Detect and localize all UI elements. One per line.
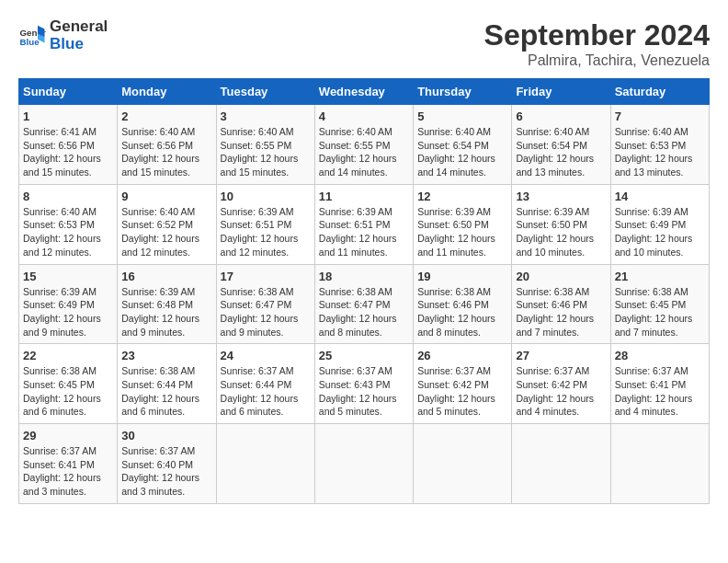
table-row: 11 Sunrise: 6:39 AM Sunset: 6:51 PM Dayl… — [314, 184, 413, 264]
table-row: 1 Sunrise: 6:41 AM Sunset: 6:56 PM Dayli… — [19, 105, 118, 185]
day-number: 6 — [516, 109, 606, 123]
day-number: 16 — [121, 270, 211, 283]
cell-text: Sunrise: 6:38 AM Sunset: 6:46 PM Dayligh… — [417, 286, 495, 338]
calendar-row: 15 Sunrise: 6:39 AM Sunset: 6:49 PM Dayl… — [19, 264, 710, 344]
logo-icon: General Blue — [18, 22, 46, 50]
table-row — [512, 424, 610, 504]
table-row: 2 Sunrise: 6:40 AM Sunset: 6:56 PM Dayli… — [118, 105, 216, 185]
calendar-row: 22 Sunrise: 6:38 AM Sunset: 6:45 PM Dayl… — [19, 344, 710, 424]
calendar-table: Sunday Monday Tuesday Wednesday Thursday… — [18, 78, 710, 504]
cell-text: Sunrise: 6:37 AM Sunset: 6:42 PM Dayligh… — [417, 365, 495, 417]
cell-text: Sunrise: 6:37 AM Sunset: 6:42 PM Dayligh… — [516, 365, 594, 417]
col-tuesday: Tuesday — [216, 79, 314, 105]
day-number: 1 — [23, 109, 113, 123]
day-number: 18 — [319, 270, 409, 283]
table-row: 4 Sunrise: 6:40 AM Sunset: 6:55 PM Dayli… — [314, 105, 413, 185]
cell-text: Sunrise: 6:40 AM Sunset: 6:55 PM Dayligh… — [319, 126, 397, 178]
logo-blue: Blue — [50, 36, 108, 53]
table-row: 27 Sunrise: 6:37 AM Sunset: 6:42 PM Dayl… — [512, 344, 610, 424]
cell-text: Sunrise: 6:38 AM Sunset: 6:45 PM Dayligh… — [23, 365, 101, 417]
day-number: 20 — [516, 270, 606, 283]
table-row: 25 Sunrise: 6:37 AM Sunset: 6:43 PM Dayl… — [314, 344, 413, 424]
table-row: 8 Sunrise: 6:40 AM Sunset: 6:53 PM Dayli… — [19, 184, 118, 264]
cell-text: Sunrise: 6:37 AM Sunset: 6:43 PM Dayligh… — [319, 365, 397, 417]
day-number: 2 — [121, 109, 211, 123]
table-row: 26 Sunrise: 6:37 AM Sunset: 6:42 PM Dayl… — [414, 344, 512, 424]
cell-text: Sunrise: 6:39 AM Sunset: 6:49 PM Dayligh… — [615, 206, 693, 258]
day-number: 19 — [417, 270, 507, 283]
calendar-row: 29 Sunrise: 6:37 AM Sunset: 6:41 PM Dayl… — [19, 424, 710, 504]
table-row: 16 Sunrise: 6:39 AM Sunset: 6:48 PM Dayl… — [118, 264, 216, 344]
day-number: 8 — [23, 190, 113, 203]
day-number: 23 — [121, 349, 211, 362]
table-row: 19 Sunrise: 6:38 AM Sunset: 6:46 PM Dayl… — [414, 264, 512, 344]
col-thursday: Thursday — [414, 79, 512, 105]
cell-text: Sunrise: 6:38 AM Sunset: 6:47 PM Dayligh… — [319, 286, 397, 338]
table-row: 10 Sunrise: 6:39 AM Sunset: 6:51 PM Dayl… — [216, 184, 314, 264]
svg-text:Blue: Blue — [20, 36, 40, 46]
cell-text: Sunrise: 6:39 AM Sunset: 6:49 PM Dayligh… — [23, 286, 101, 338]
table-row: 21 Sunrise: 6:38 AM Sunset: 6:45 PM Dayl… — [610, 264, 709, 344]
table-row: 17 Sunrise: 6:38 AM Sunset: 6:47 PM Dayl… — [216, 264, 314, 344]
cell-text: Sunrise: 6:37 AM Sunset: 6:44 PM Dayligh… — [221, 365, 299, 417]
cell-text: Sunrise: 6:40 AM Sunset: 6:54 PM Dayligh… — [516, 126, 594, 178]
day-number: 12 — [417, 190, 507, 203]
col-friday: Friday — [512, 79, 610, 105]
table-row — [216, 424, 314, 504]
day-number: 26 — [417, 349, 507, 362]
day-number: 15 — [23, 270, 113, 283]
cell-text: Sunrise: 6:38 AM Sunset: 6:44 PM Dayligh… — [121, 365, 199, 417]
cell-text: Sunrise: 6:40 AM Sunset: 6:53 PM Dayligh… — [23, 206, 101, 258]
header-row: Sunday Monday Tuesday Wednesday Thursday… — [19, 79, 710, 105]
cell-text: Sunrise: 6:41 AM Sunset: 6:56 PM Dayligh… — [23, 126, 101, 178]
cell-text: Sunrise: 6:37 AM Sunset: 6:40 PM Dayligh… — [121, 445, 199, 497]
cell-text: Sunrise: 6:40 AM Sunset: 6:54 PM Dayligh… — [417, 126, 495, 178]
table-row: 12 Sunrise: 6:39 AM Sunset: 6:50 PM Dayl… — [414, 184, 512, 264]
col-monday: Monday — [118, 79, 216, 105]
day-number: 17 — [221, 270, 311, 283]
table-row: 7 Sunrise: 6:40 AM Sunset: 6:53 PM Dayli… — [610, 105, 709, 185]
cell-text: Sunrise: 6:39 AM Sunset: 6:51 PM Dayligh… — [221, 206, 299, 258]
day-number: 3 — [221, 109, 311, 123]
calendar-row: 1 Sunrise: 6:41 AM Sunset: 6:56 PM Dayli… — [19, 105, 710, 185]
table-row: 20 Sunrise: 6:38 AM Sunset: 6:46 PM Dayl… — [512, 264, 610, 344]
day-number: 10 — [221, 190, 311, 203]
table-row — [414, 424, 512, 504]
cell-text: Sunrise: 6:39 AM Sunset: 6:48 PM Dayligh… — [121, 286, 199, 338]
header: General Blue General Blue September 2024… — [18, 18, 710, 69]
logo: General Blue General Blue — [18, 18, 108, 52]
cell-text: Sunrise: 6:40 AM Sunset: 6:56 PM Dayligh… — [121, 126, 199, 178]
table-row: 9 Sunrise: 6:40 AM Sunset: 6:52 PM Dayli… — [118, 184, 216, 264]
day-number: 9 — [121, 190, 211, 203]
page-title: September 2024 — [484, 18, 710, 52]
col-wednesday: Wednesday — [314, 79, 413, 105]
title-area: September 2024 Palmira, Tachira, Venezue… — [484, 18, 710, 69]
table-row: 29 Sunrise: 6:37 AM Sunset: 6:41 PM Dayl… — [19, 424, 118, 504]
table-row: 18 Sunrise: 6:38 AM Sunset: 6:47 PM Dayl… — [314, 264, 413, 344]
cell-text: Sunrise: 6:39 AM Sunset: 6:50 PM Dayligh… — [516, 206, 594, 258]
cell-text: Sunrise: 6:39 AM Sunset: 6:50 PM Dayligh… — [417, 206, 495, 258]
day-number: 5 — [417, 109, 507, 123]
table-row: 28 Sunrise: 6:37 AM Sunset: 6:41 PM Dayl… — [610, 344, 709, 424]
page-subtitle: Palmira, Tachira, Venezuela — [484, 52, 710, 69]
logo-general: General — [50, 18, 108, 36]
cell-text: Sunrise: 6:37 AM Sunset: 6:41 PM Dayligh… — [615, 365, 693, 417]
cell-text: Sunrise: 6:37 AM Sunset: 6:41 PM Dayligh… — [23, 445, 101, 497]
table-row — [610, 424, 709, 504]
table-row: 6 Sunrise: 6:40 AM Sunset: 6:54 PM Dayli… — [512, 105, 610, 185]
day-number: 22 — [23, 349, 113, 362]
table-row: 22 Sunrise: 6:38 AM Sunset: 6:45 PM Dayl… — [19, 344, 118, 424]
day-number: 25 — [319, 349, 409, 362]
table-row: 30 Sunrise: 6:37 AM Sunset: 6:40 PM Dayl… — [118, 424, 216, 504]
day-number: 13 — [516, 190, 606, 203]
cell-text: Sunrise: 6:38 AM Sunset: 6:47 PM Dayligh… — [221, 286, 299, 338]
day-number: 7 — [615, 109, 705, 123]
table-row: 15 Sunrise: 6:39 AM Sunset: 6:49 PM Dayl… — [19, 264, 118, 344]
table-row: 13 Sunrise: 6:39 AM Sunset: 6:50 PM Dayl… — [512, 184, 610, 264]
table-row: 23 Sunrise: 6:38 AM Sunset: 6:44 PM Dayl… — [118, 344, 216, 424]
cell-text: Sunrise: 6:40 AM Sunset: 6:53 PM Dayligh… — [615, 126, 693, 178]
day-number: 29 — [23, 429, 113, 442]
calendar-row: 8 Sunrise: 6:40 AM Sunset: 6:53 PM Dayli… — [19, 184, 710, 264]
day-number: 11 — [319, 190, 409, 203]
table-row: 5 Sunrise: 6:40 AM Sunset: 6:54 PM Dayli… — [414, 105, 512, 185]
